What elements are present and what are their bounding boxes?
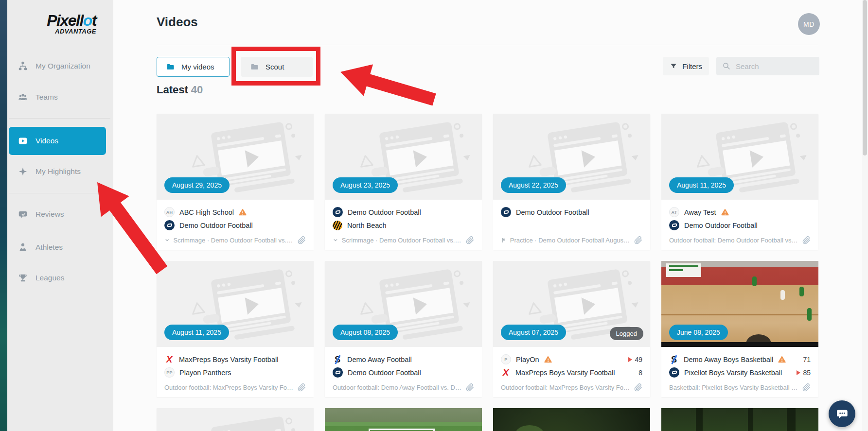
user-avatar[interactable]: MD: [798, 13, 820, 35]
scrimmage-icon: [164, 237, 170, 243]
video-card[interactable]: August 11, 2025 MaxPreps Boys Varsity Fo…: [157, 261, 314, 397]
team-name: Demo Outdoor Football: [348, 208, 421, 216]
sidebar-item-label: My Highlights: [35, 167, 81, 176]
sidebar-item-teams[interactable]: Teams: [9, 87, 106, 107]
video-thumbnail[interactable]: August 08, 2025: [325, 261, 482, 347]
video-card[interactable]: August 07, 2025 Logged P PlayOn 49 MaxPr…: [493, 261, 650, 397]
team-row: AT Away Test: [669, 206, 811, 219]
video-thumbnail[interactable]: August 07, 2025 Logged: [493, 261, 650, 347]
play-count-icon: [797, 370, 800, 375]
chat-bubble-icon: [836, 408, 849, 420]
pixellot-team-logo: [333, 207, 343, 217]
video-description: Outdoor football: MaxPreps Boys Varsity …: [501, 384, 631, 391]
video-thumbnail[interactable]: August 23, 2025: [325, 114, 482, 200]
filters-button[interactable]: Filters: [663, 57, 709, 75]
sidebar-item-athletes[interactable]: Athletes: [9, 237, 106, 258]
team-row: North Beach: [333, 219, 474, 232]
video-description-row: Outdoor football: Demo Outdoor Football …: [669, 236, 811, 244]
scrimmage-icon: [333, 237, 338, 243]
sidebar-divider: [9, 193, 110, 193]
tab-label: Scout: [266, 63, 284, 71]
practice-icon: [501, 237, 507, 243]
date-badge: August 08, 2025: [333, 325, 398, 340]
north-beach-team-logo: [333, 221, 342, 230]
video-card[interactable]: June 08, 2025 Demo Away Boys Basketball …: [661, 261, 818, 397]
attachment-paperclip-icon[interactable]: [802, 236, 811, 244]
pixellot-team-logo: [164, 220, 175, 230]
attachment-paperclip-icon[interactable]: [298, 383, 306, 392]
video-card[interactable]: August 11, 2025 AT Away Test Demo Outdoo…: [661, 114, 818, 250]
scrollbar-track[interactable]: [862, 0, 868, 431]
team-name: MaxPreps Boys Varsity Football: [179, 356, 278, 363]
sidebar-item-label: Leagues: [35, 274, 64, 282]
video-thumbnail[interactable]: August 11, 2025: [157, 261, 314, 347]
soccer-field-photo: [325, 408, 482, 431]
video-thumbnail[interactable]: August 11, 2025: [661, 114, 818, 200]
score-value: 71: [803, 356, 811, 363]
sidebar-item-label: My Organization: [35, 62, 90, 70]
video-card[interactable]: August 08, 2025 Demo Away Football Demo …: [325, 261, 482, 397]
team-row: Pixellot Boys Varsity Basketball 85: [669, 366, 811, 379]
folder-icon: [166, 62, 175, 71]
warning-icon: [239, 208, 247, 216]
brand-text: Pixell: [47, 12, 83, 29]
attachment-paperclip-icon[interactable]: [634, 236, 642, 244]
team-name: Demo Away Boys Basketball: [684, 356, 773, 363]
video-card[interactable]: August 22, 2025 Demo Outdoor Football Pr…: [493, 114, 650, 250]
scrollbar-thumb[interactable]: [863, 0, 867, 155]
attachment-paperclip-icon[interactable]: [466, 383, 474, 392]
tab-scout[interactable]: Scout: [241, 57, 313, 77]
sidebar-item-videos[interactable]: Videos: [9, 127, 106, 155]
team-row: Demo Outdoor Football: [669, 219, 811, 232]
sidebar-divider: [9, 118, 110, 119]
video-card[interactable]: August 29, 2025 AH ABC High School Demo …: [157, 114, 314, 250]
tab-label: My videos: [181, 63, 214, 71]
sidebar-item-reviews[interactable]: Reviews: [9, 204, 106, 224]
video-description-row: Outdoor football: Demo Away Football vs.…: [333, 383, 474, 392]
tab-my-videos[interactable]: My videos: [157, 57, 230, 77]
warning-icon: [778, 356, 786, 363]
video-card-body: Demo Away Boys Basketball 71 Pixellot Bo…: [661, 347, 818, 397]
search-input[interactable]: [736, 62, 809, 70]
video-card[interactable]: [661, 408, 818, 431]
video-description: Outdoor football: Demo Outdoor Football …: [669, 237, 799, 244]
chat-widget-button[interactable]: [829, 400, 855, 427]
video-thumbnail[interactable]: June 08, 2025: [661, 261, 818, 347]
sidebar-item-my-highlights[interactable]: My Highlights: [9, 161, 106, 182]
video-card-body: Demo Away Football Demo Outdoor Football…: [325, 347, 482, 397]
sidebar-item-leagues[interactable]: Leagues: [9, 268, 106, 288]
video-card[interactable]: [157, 408, 314, 431]
pixellot-team-logo: [501, 207, 511, 217]
team-row: Demo Outdoor Football: [333, 206, 474, 219]
date-badge: August 07, 2025: [501, 325, 566, 340]
team-row: Demo Outdoor Football: [164, 219, 306, 232]
team-row: MaxPreps Boys Varsity Football: [164, 353, 306, 366]
team-score: 71: [803, 356, 811, 363]
header-divider: [157, 45, 818, 45]
attachment-paperclip-icon[interactable]: [802, 383, 811, 392]
dark-field-photo: [493, 408, 650, 431]
search-icon: [722, 62, 731, 70]
video-card[interactable]: [493, 408, 650, 431]
sidebar-item-my-organization[interactable]: My Organization: [9, 56, 106, 76]
maxpreps-team-logo: [501, 368, 511, 378]
video-thumbnail[interactable]: [661, 408, 818, 431]
folder-icon: [250, 62, 259, 71]
video-thumbnail[interactable]: August 22, 2025: [493, 114, 650, 200]
score-value: 8: [638, 369, 642, 377]
video-card[interactable]: August 23, 2025 Demo Outdoor Football No…: [325, 114, 482, 250]
team-row: AH ABC High School: [164, 206, 306, 219]
athlete-icon: [18, 242, 28, 253]
video-thumbnail[interactable]: August 29, 2025: [157, 114, 314, 200]
annotation-arrow-scout: [340, 64, 436, 105]
attachment-paperclip-icon[interactable]: [634, 383, 642, 392]
video-thumbnail[interactable]: [325, 408, 482, 431]
team-row: Demo Away Boys Basketball 71: [669, 353, 811, 366]
attachment-paperclip-icon[interactable]: [466, 236, 474, 244]
video-card[interactable]: [325, 408, 482, 431]
video-thumbnail[interactable]: [157, 408, 314, 431]
attachment-paperclip-icon[interactable]: [298, 236, 306, 244]
video-thumbnail[interactable]: [493, 408, 650, 431]
video-icon: [18, 136, 28, 146]
date-badge: August 23, 2025: [333, 177, 398, 193]
